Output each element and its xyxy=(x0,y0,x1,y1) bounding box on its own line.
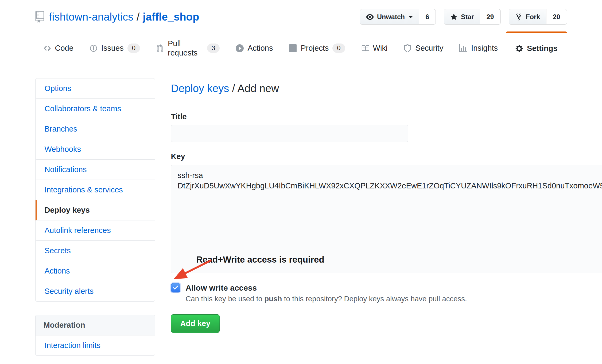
unwatch-button[interactable]: Unwatch xyxy=(360,9,419,24)
tab-settings[interactable]: Settings xyxy=(506,31,567,66)
star-label: Star xyxy=(461,13,474,21)
ssh-key-text: ssh-rsa DtZjrXuD5UwXwYKHgbgLU4IbCmBiKHLW… xyxy=(178,171,602,190)
wiki-icon xyxy=(361,44,369,52)
add-key-button[interactable]: Add key xyxy=(171,314,220,333)
star-button-group: Star 29 xyxy=(444,9,500,25)
tab-label: Code xyxy=(55,43,73,53)
tab-actions[interactable]: Actions xyxy=(228,31,281,66)
moderation-menu: Moderation Interaction limits xyxy=(35,315,155,356)
sidebar-item-branches[interactable]: Branches xyxy=(36,119,155,139)
projects-count-badge: 0 xyxy=(332,43,345,53)
title-input[interactable] xyxy=(171,125,408,142)
issue-icon xyxy=(90,44,98,52)
sidebar-item-autolink-references[interactable]: Autolink references xyxy=(36,220,155,241)
pull-requests-count-badge: 3 xyxy=(207,43,220,53)
allow-write-access-text: Allow write access Can this key be used … xyxy=(186,282,467,303)
sidebar-item-integrations-services[interactable]: Integrations & services xyxy=(36,180,155,200)
fork-label: Fork xyxy=(526,13,540,21)
tab-insights[interactable]: Insights xyxy=(451,31,506,66)
project-icon xyxy=(289,44,297,52)
sidebar-item-actions[interactable]: Actions xyxy=(36,261,155,281)
issues-count-badge: 0 xyxy=(127,43,140,53)
tab-label: Insights xyxy=(471,43,498,53)
tab-label: Projects xyxy=(301,43,329,53)
tab-pull-requests[interactable]: Pull requests 3 xyxy=(148,31,228,66)
allow-write-access-row: Allow write access Can this key be used … xyxy=(171,282,602,303)
repo-actions: Unwatch 6 Star 29 Fork 20 xyxy=(360,9,567,25)
sidebar-item-options[interactable]: Options xyxy=(36,78,155,99)
repo-tabnav: Code Issues 0 Pull requests 3 Actions Pr… xyxy=(0,31,602,66)
watch-count[interactable]: 6 xyxy=(419,9,436,24)
deploy-key-form: Deploy keys / Add new Title Key ssh-rsa … xyxy=(171,78,602,356)
unwatch-label: Unwatch xyxy=(377,13,405,21)
repo-name-link[interactable]: jaffle_shop xyxy=(143,10,199,23)
fork-count[interactable]: 20 xyxy=(546,9,567,24)
settings-menu: Options Collaborators & teams Branches W… xyxy=(35,78,155,302)
fork-icon xyxy=(515,13,523,21)
tab-label: Actions xyxy=(247,43,273,53)
settings-sidebar: Options Collaborators & teams Branches W… xyxy=(35,78,155,356)
sidebar-item-security-alerts[interactable]: Security alerts xyxy=(36,281,155,301)
tab-label: Settings xyxy=(527,44,557,53)
caret-down-icon xyxy=(409,16,413,20)
tab-label: Issues xyxy=(101,43,124,53)
moderation-menu-header: Moderation xyxy=(36,315,155,335)
sidebar-item-collaborators-teams[interactable]: Collaborators & teams xyxy=(36,99,155,119)
pull-request-icon xyxy=(156,44,164,52)
page-title: Deploy keys / Add new xyxy=(171,78,602,102)
repo-separator: / xyxy=(137,10,139,23)
key-field-label: Key xyxy=(171,152,602,161)
star-count[interactable]: 29 xyxy=(480,9,500,24)
tab-security[interactable]: Security xyxy=(395,31,451,66)
sidebar-item-notifications[interactable]: Notifications xyxy=(36,160,155,180)
tab-label: Wiki xyxy=(373,43,388,53)
title-field-label: Title xyxy=(171,112,602,121)
key-textarea[interactable]: ssh-rsa DtZjrXuD5UwXwYKHgbgLU4IbCmBiKHLW… xyxy=(171,165,602,273)
eye-icon xyxy=(366,13,374,21)
tab-issues[interactable]: Issues 0 xyxy=(81,31,148,66)
play-icon xyxy=(236,44,244,52)
fork-button[interactable]: Fork xyxy=(509,9,546,24)
repo-owner-link[interactable]: fishtown-analytics xyxy=(49,10,134,23)
arrow-icon xyxy=(171,257,219,289)
tab-label: Security xyxy=(415,43,443,53)
breadcrumb-current: Add new xyxy=(238,82,279,94)
code-icon xyxy=(43,44,51,52)
repo-title: fishtown-analytics / jaffle_shop xyxy=(35,10,199,23)
breadcrumb-separator: / xyxy=(232,82,238,94)
tab-wiki[interactable]: Wiki xyxy=(353,31,396,66)
watch-button-group: Unwatch 6 xyxy=(360,9,436,25)
sidebar-item-interaction-limits[interactable]: Interaction limits xyxy=(36,335,155,355)
star-icon xyxy=(450,13,458,21)
deploy-keys-breadcrumb-link[interactable]: Deploy keys xyxy=(171,82,229,94)
tab-label: Pull requests xyxy=(168,39,203,58)
sidebar-item-deploy-keys[interactable]: Deploy keys xyxy=(36,200,155,220)
repo-icon xyxy=(35,11,44,23)
sidebar-item-secrets[interactable]: Secrets xyxy=(36,241,155,261)
shield-icon xyxy=(403,44,411,52)
fork-button-group: Fork 20 xyxy=(509,9,567,25)
tab-code[interactable]: Code xyxy=(35,31,81,66)
sidebar-item-webhooks[interactable]: Webhooks xyxy=(36,139,155,160)
insights-icon xyxy=(459,44,467,52)
gear-icon xyxy=(515,45,523,53)
tab-projects[interactable]: Projects 0 xyxy=(281,31,353,66)
allow-write-access-help: Can this key be used to push to this rep… xyxy=(186,295,467,303)
star-button[interactable]: Star xyxy=(444,9,480,24)
repo-header: fishtown-analytics / jaffle_shop Unwatch… xyxy=(0,0,602,25)
